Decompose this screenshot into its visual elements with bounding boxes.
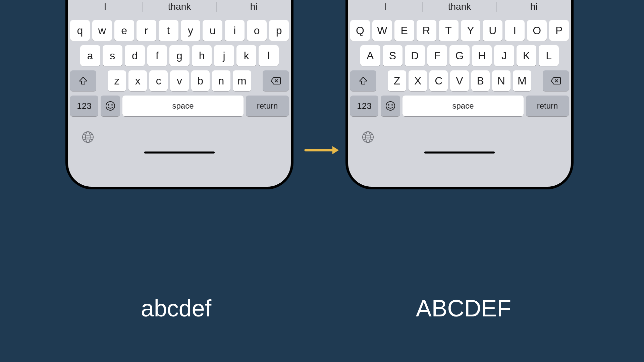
key-e[interactable]: E [394,20,414,41]
svg-point-15 [106,102,115,110]
key-o[interactable]: o [247,20,267,41]
caption-lowercase: abcdef [141,295,211,322]
key-y[interactable]: y [181,20,201,41]
bottom-bar [68,125,291,158]
key-f[interactable]: f [147,45,167,66]
prediction-3[interactable]: hi [497,1,571,12]
keyboard: Q W E R T Y U I O P A S D F G H J K L Z … [348,17,571,125]
shift-key[interactable] [70,70,96,91]
key-j[interactable]: J [494,45,514,66]
key-j[interactable]: j [214,45,234,66]
key-p[interactable]: p [269,20,289,41]
globe-icon[interactable] [82,131,94,143]
key-h[interactable]: H [472,45,492,66]
key-i[interactable]: I [505,20,525,41]
prediction-3[interactable]: hi [217,1,291,12]
phone-uppercase: Aa I thank hi Q W E R T Y U I O P A S D … [345,0,574,189]
key-u[interactable]: u [203,20,222,41]
delete-key[interactable] [543,70,569,91]
key-p[interactable]: P [549,20,569,41]
svg-point-17 [111,104,113,106]
key-g[interactable]: g [169,45,190,66]
key-v[interactable]: v [170,70,189,91]
prediction-1[interactable]: I [348,1,422,12]
key-x[interactable]: X [409,70,427,91]
key-s[interactable]: S [383,45,403,66]
key-a[interactable]: A [360,45,380,66]
svg-point-38 [388,104,389,106]
key-h[interactable]: h [192,45,212,66]
key-k[interactable]: K [517,45,537,66]
key-n[interactable]: n [212,70,230,91]
prediction-bar: I thank hi [348,0,571,17]
delete-key[interactable] [263,70,289,91]
shift-key[interactable] [350,70,376,91]
key-l[interactable]: l [259,45,279,66]
home-indicator[interactable] [144,152,215,154]
key-i[interactable]: i [225,20,245,41]
phone-lowercase: Aa I thank hi q w e r t y u i o p a s d … [65,0,293,189]
key-m[interactable]: m [233,70,251,91]
key-x[interactable]: x [128,70,147,91]
home-indicator[interactable] [424,152,495,154]
prediction-bar: I thank hi [68,0,291,17]
key-q[interactable]: Q [350,20,370,41]
key-a[interactable]: a [80,45,100,66]
key-e[interactable]: e [114,20,134,41]
emoji-key[interactable] [101,96,120,116]
space-key[interactable]: space [402,96,524,116]
key-q[interactable]: q [70,20,90,41]
screen: Aa I thank hi q w e r t y u i o p a s d … [68,0,291,187]
key-o[interactable]: O [527,20,547,41]
key-z[interactable]: Z [388,70,406,91]
key-r[interactable]: r [137,20,156,41]
numbers-key[interactable]: 123 [70,96,98,116]
key-w[interactable]: w [92,20,112,41]
space-key[interactable]: space [122,96,244,116]
key-z[interactable]: z [108,70,126,91]
prediction-2[interactable]: thank [143,1,217,12]
key-l[interactable]: L [539,45,559,66]
key-w[interactable]: W [372,20,392,41]
key-f[interactable]: F [427,45,447,66]
key-c[interactable]: c [149,70,168,91]
keyboard: q w e r t y u i o p a s d f g h j k l z … [68,17,291,125]
key-b[interactable]: B [471,70,490,91]
arrow-right-icon [304,143,341,157]
key-m[interactable]: M [513,70,531,91]
caption-uppercase: ABCDEF [416,295,511,322]
return-key[interactable]: return [246,96,289,116]
key-d[interactable]: d [125,45,145,66]
svg-point-39 [391,104,393,106]
bottom-bar [348,125,571,158]
emoji-key[interactable] [381,96,400,116]
return-key[interactable]: return [526,96,569,116]
prediction-1[interactable]: I [68,1,142,12]
key-r[interactable]: R [417,20,436,41]
screen: Aa I thank hi Q W E R T Y U I O P A S D … [348,0,571,187]
key-k[interactable]: k [236,45,257,66]
numbers-key[interactable]: 123 [350,96,378,116]
key-s[interactable]: s [103,45,123,66]
key-t[interactable]: t [159,20,178,41]
key-u[interactable]: U [483,20,502,41]
key-v[interactable]: V [450,70,469,91]
key-b[interactable]: b [191,70,210,91]
key-n[interactable]: N [492,70,511,91]
prediction-2[interactable]: thank [423,1,497,12]
key-y[interactable]: Y [461,20,481,41]
globe-icon[interactable] [362,131,374,143]
svg-point-37 [386,102,395,110]
key-t[interactable]: T [439,20,459,41]
key-d[interactable]: D [405,45,425,66]
key-g[interactable]: G [449,45,470,66]
key-c[interactable]: C [429,70,448,91]
svg-point-16 [108,104,109,106]
